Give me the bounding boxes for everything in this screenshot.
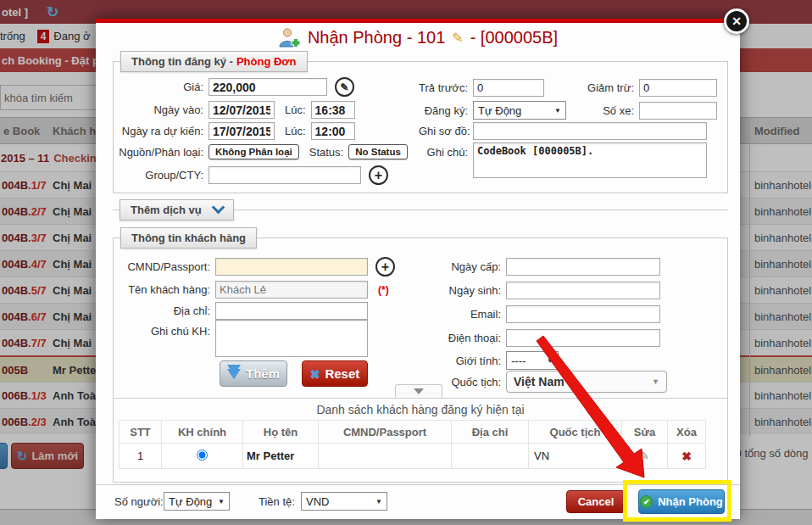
register-type-select[interactable]: Tự Động ▼ [473,101,566,120]
price-label: Giá: [119,81,203,93]
dialog-title-code: - [000005B] [470,28,558,47]
diagram-note-label: Ghi sơ đồ: [419,125,468,137]
check-icon: ✔ [640,495,653,508]
register-type-label: Đăng ký: [419,104,468,117]
chevron-down-icon [212,201,225,215]
currency-label: Tiền tệ: [259,495,295,508]
dialog-title: Nhận Phòng - 101 [308,28,445,47]
gender-select[interactable]: ---- ▼ [506,351,559,370]
col-stt: STT [120,421,162,444]
checkin-date-input[interactable] [209,101,275,119]
id-passport-label: CMND/Passport: [119,260,210,273]
triangle-down-icon [414,388,424,394]
edit-room-icon[interactable]: ✎ [452,30,463,46]
cancel-button[interactable]: Cancel [566,490,626,513]
add-guest-icon [278,27,301,48]
id-passport-input[interactable] [215,258,368,276]
registration-legend: Thông tin đăng ký - Phòng Đơn [120,51,308,72]
checkout-time-label: Lúc: [285,125,306,137]
status-label: Status: [309,146,343,159]
guest-fullname: Mr Petter [243,444,319,469]
col-main-guest: KH chính [162,421,243,444]
checkin-date-label: Ngày vào: [119,103,203,116]
guest-row: 1 Mr Petter VN ✎ ✖ [120,444,706,469]
checkin-time-label: Lúc: [285,103,306,116]
currency-select[interactable]: VND ▼ [301,492,387,511]
down-arrow-icon [227,369,241,379]
phone-label: Điện thoại: [410,332,501,344]
main-guest-radio[interactable] [197,450,208,461]
address-input[interactable] [215,302,368,320]
nationality-select[interactable]: Việt Nam ▼ [506,371,667,393]
issue-date-label: Ngày cấp: [410,260,501,273]
dialog-header: Nhận Phòng - 101 ✎ - [000005B] [96,27,740,48]
guest-list-title: Danh sách khách hàng đăng ký hiện tại [114,403,727,416]
guest-info-section: Thông tin khách hàng CMND/Passport: + Tê… [113,237,728,483]
checkin-confirm-button[interactable]: ✔ Nhận Phòng [638,489,725,514]
chevron-down-icon: ▼ [218,498,225,505]
guest-name-label: Tên khách hàng: [119,283,210,296]
note-textarea[interactable]: CodeBook [000005B]. [473,142,707,178]
guest-stt: 1 [120,444,162,469]
checkout-date-input[interactable] [209,122,275,140]
app-window: otel ] ↻ trống 4 Đang ở ch Booking - Đặt… [0,0,812,525]
edit-guest-icon[interactable]: ✎ [640,450,649,462]
prepaid-input[interactable] [473,79,544,97]
address-label: Địa chỉ: [119,304,210,317]
car-number-input[interactable] [639,102,717,120]
checkout-time-input[interactable] [311,122,355,140]
email-input[interactable] [506,305,660,323]
guest-note-textarea[interactable] [215,320,368,357]
source-chip-button[interactable]: Không Phân loại [209,144,299,159]
phone-input[interactable] [506,329,660,347]
reset-guest-button[interactable]: ✖ Reset [302,360,368,387]
delete-guest-icon[interactable]: ✖ [681,450,692,463]
birth-date-input[interactable] [506,282,660,299]
chevron-down-icon: ▼ [375,498,382,505]
group-label: Group/CTY: [119,169,203,182]
add-guest-plus-icon[interactable]: + [375,257,395,276]
checkin-time-input[interactable] [311,101,355,119]
services-toggle[interactable]: Thêm dịch vụ [120,199,234,221]
guest-nationality: VN [529,444,622,469]
gender-label: Giới tính: [410,355,501,367]
guest-list-table: STT KH chính Họ tên CMND/Passport Địa ch… [119,420,706,469]
discount-input[interactable] [639,79,717,97]
x-icon: ✖ [310,367,320,381]
diagram-note-input[interactable] [473,122,707,140]
col-edit: Sửa [622,421,668,444]
email-label: Email: [410,308,501,321]
guest-id [319,444,452,469]
price-input[interactable] [209,78,327,96]
issue-date-input[interactable] [506,258,660,276]
col-fullname: Họ tên [243,421,319,444]
note-label: Ghi chú: [419,146,468,159]
birth-date-label: Ngày sinh: [410,284,501,297]
guest-note-label: Ghi chú KH: [119,325,210,338]
guest-name-input[interactable] [215,281,368,299]
close-icon[interactable]: ✕ [724,8,749,34]
people-count-select[interactable]: Tự Động ▼ [164,492,230,511]
section-divider [114,398,727,399]
chevron-down-icon: ▼ [652,377,659,386]
col-delete: Xóa [668,421,706,444]
status-chip-button[interactable]: No Status [348,144,408,159]
discount-label: Giảm trừ: [587,81,634,94]
collapse-form-tab[interactable] [395,384,442,398]
col-address: Địa chỉ [452,421,529,444]
group-input[interactable] [209,166,361,184]
chevron-down-icon: ▼ [554,107,561,114]
add-guest-button[interactable]: Thêm [220,360,287,387]
checkin-dialog: ✕ Nhận Phòng - 101 ✎ - [000005B] Thông t… [96,19,740,519]
required-mark: (*) [378,284,389,296]
guest-info-legend: Thông tin khách hàng [120,227,257,249]
add-group-icon[interactable]: + [369,165,388,185]
people-count-label: Số người: [114,495,164,508]
edit-price-icon[interactable]: ✎ [335,77,354,97]
prepaid-label: Trả trước: [419,81,468,94]
car-number-label: Số xe: [603,104,634,117]
chevron-down-icon: ▼ [547,357,553,365]
registration-section: Thông tin đăng ký - Phòng Đơn Giá: ✎ Ngà… [113,61,728,193]
services-section: Thêm dịch vụ [113,209,728,210]
col-id-passport: CMND/Passport [319,421,452,444]
